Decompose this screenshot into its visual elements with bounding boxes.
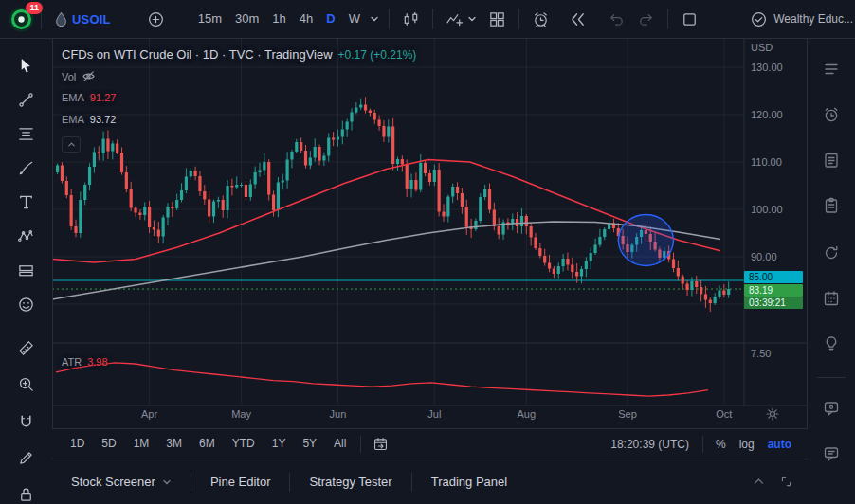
- range-6m[interactable]: 6M: [191, 429, 224, 459]
- lock-tool-button[interactable]: [13, 481, 38, 504]
- range-5d[interactable]: 5D: [93, 429, 124, 459]
- comments-button[interactable]: [821, 443, 842, 464]
- interval-1h[interactable]: 1h: [265, 6, 292, 32]
- oil-droplet-icon: [54, 11, 68, 27]
- go-to-date-button[interactable]: [367, 431, 394, 458]
- redo-button[interactable]: [631, 6, 661, 32]
- chat-button[interactable]: [821, 398, 842, 419]
- zoom-tool-button[interactable]: [13, 371, 38, 396]
- panel-expand-button[interactable]: [780, 476, 792, 488]
- calendar-button[interactable]: [821, 288, 842, 309]
- emoji-tool-button[interactable]: [13, 292, 38, 316]
- alerts-button[interactable]: [821, 104, 842, 125]
- interval-4h[interactable]: 4h: [293, 6, 319, 32]
- ideas-button[interactable]: [821, 333, 842, 354]
- clock-utc[interactable]: 18:20:39 (UTC): [603, 438, 697, 451]
- toolbar-divider: [432, 9, 433, 29]
- symbol-search-button[interactable]: USOIL: [48, 6, 117, 32]
- level-price-badge: 85.00: [744, 271, 803, 283]
- axis-labels: USD130.00120.00110.00100.0090.007.50AprM…: [141, 42, 783, 420]
- interval-30m[interactable]: 30m: [228, 6, 265, 32]
- pattern-tool-button[interactable]: [13, 224, 38, 248]
- magnet-tool-button[interactable]: [13, 409, 38, 434]
- log-scale-button[interactable]: log: [733, 438, 761, 451]
- range-1y[interactable]: 1Y: [264, 429, 295, 459]
- long-position-tool-button[interactable]: [13, 258, 38, 282]
- ellipse-annotation[interactable]: [618, 215, 673, 266]
- fullscreen-button[interactable]: [675, 6, 704, 32]
- brush-tool-button[interactable]: [13, 155, 38, 180]
- pane-borders: [52, 38, 808, 405]
- drawing-annotations: [618, 215, 673, 266]
- alert-button[interactable]: [526, 6, 555, 32]
- price-axis-unit: USD: [751, 42, 773, 53]
- tab-label: Pine Editor: [210, 475, 271, 489]
- percent-scale-button[interactable]: %: [709, 438, 733, 451]
- atr-legend-row[interactable]: ATR 3.98: [62, 356, 108, 368]
- symbol-legend-row[interactable]: CFDs on WTI Crude Oil · 1D · TVC · Tradi…: [62, 47, 416, 62]
- ema-legend-row-2[interactable]: EMA 93.72: [62, 114, 116, 125]
- bar-replay-button[interactable]: [563, 6, 592, 32]
- publish-button[interactable]: Wealthy Educ...: [750, 10, 855, 28]
- range-1m[interactable]: 1M: [125, 429, 158, 459]
- chart-title: CFDs on WTI Crude Oil · 1D · TVC · Tradi…: [62, 47, 333, 62]
- text-tool-button[interactable]: [13, 189, 38, 214]
- chart-style-button[interactable]: [396, 6, 426, 32]
- interval-15m[interactable]: 15m: [191, 6, 228, 32]
- hotlists-button[interactable]: [821, 243, 842, 263]
- compare-add-button[interactable]: [141, 6, 171, 32]
- zoom-in-icon: [17, 375, 35, 393]
- add-symbol-icon: [147, 10, 165, 28]
- fib-retracement-tool-button[interactable]: [13, 121, 38, 146]
- chart-area: USD130.00120.00110.00100.0090.007.50AprM…: [52, 38, 808, 428]
- edit-tool-button[interactable]: [13, 445, 38, 470]
- chart-settings-button[interactable]: [765, 406, 780, 422]
- range-3m[interactable]: 3M: [157, 429, 191, 459]
- undo-button[interactable]: [602, 6, 631, 32]
- long-position-icon: [17, 261, 35, 279]
- panel-collapse-button[interactable]: [753, 476, 765, 488]
- interval-1d[interactable]: D: [319, 6, 341, 32]
- interval-1w[interactable]: W: [342, 6, 367, 32]
- eye-hidden-icon[interactable]: [82, 69, 96, 83]
- ema1-value: 91.27: [90, 92, 117, 103]
- ema-legend-row-1[interactable]: EMA 91.27: [62, 92, 116, 103]
- cursor-tool-button[interactable]: [13, 53, 38, 78]
- auto-scale-button[interactable]: auto: [761, 438, 798, 451]
- watchlist-button[interactable]: [821, 59, 842, 80]
- measure-tool-button[interactable]: [13, 335, 38, 360]
- text-icon: [17, 193, 35, 211]
- news-button[interactable]: [821, 150, 842, 171]
- chat-icon: [822, 399, 841, 418]
- tradingview-app: 11 USOIL 15m 30m 1h 4h D W: [0, 0, 855, 504]
- go-to-date-icon: [373, 436, 389, 452]
- symbol-name: USOIL: [72, 12, 111, 27]
- time-axis-label: Aug: [518, 408, 537, 420]
- layout-grid-button[interactable]: [482, 6, 512, 32]
- candle-style-icon: [402, 10, 420, 28]
- trend-line-tool-button[interactable]: [13, 87, 38, 112]
- volume-legend-row[interactable]: Vol: [62, 69, 96, 83]
- range-5y[interactable]: 5Y: [294, 429, 325, 459]
- collapse-indicators-button[interactable]: [62, 136, 81, 153]
- range-1d[interactable]: 1D: [62, 429, 93, 459]
- tab-strategy-tester[interactable]: Strategy Tester: [290, 459, 410, 504]
- range-ytd[interactable]: YTD: [224, 429, 264, 459]
- time-axis-label: Sep: [618, 408, 637, 420]
- ema1-label: EMA: [62, 92, 84, 103]
- footer-right-controls: 18:20:39 (UTC) % log auto: [603, 436, 798, 453]
- data-window-button[interactable]: [821, 195, 842, 216]
- chart-canvas[interactable]: USD130.00120.00110.00100.0090.007.50AprM…: [52, 38, 808, 428]
- tab-stock-screener[interactable]: Stock Screener: [52, 459, 191, 504]
- notification-badge: 11: [26, 2, 43, 14]
- tab-pine-editor[interactable]: Pine Editor: [191, 459, 290, 504]
- candles-series: [56, 97, 730, 312]
- interval-dropdown-button[interactable]: [367, 6, 382, 32]
- account-logo[interactable]: 11: [9, 7, 34, 32]
- price-axis-label: 110.00: [751, 156, 782, 168]
- range-all[interactable]: All: [325, 429, 355, 459]
- indicators-button[interactable]: [440, 6, 482, 32]
- trend-line-icon: [17, 91, 35, 109]
- tab-trading-panel[interactable]: Trading Panel: [412, 459, 526, 504]
- chevron-down-icon: [467, 14, 477, 24]
